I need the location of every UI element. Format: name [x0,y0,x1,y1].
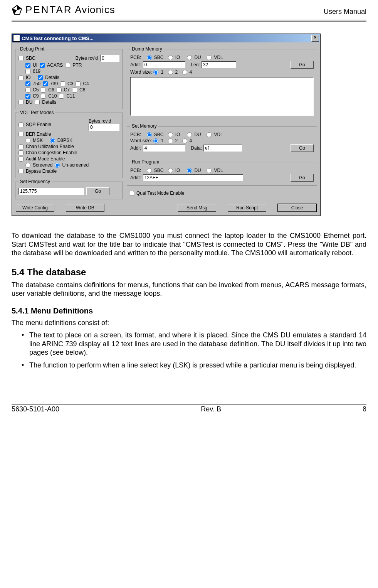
set-ws-1[interactable]: 1 [153,138,163,143]
dump-rb-vdl[interactable]: VDL [207,55,223,60]
cb-ptr[interactable]: PTR [65,62,82,68]
cb-c8[interactable]: C8 [72,87,85,93]
dump-addr-input[interactable] [143,61,185,68]
vdl-legend: VDL Test Modes [18,110,55,115]
cb-details1[interactable]: Details [38,75,59,80]
brand-name-1: PENTAR [25,4,72,15]
run-prog-group: Run Program PCB: SBC IO DU VDL Addr: Go [127,159,317,186]
bytes-rcvd-label: Bytes rcv'd [76,56,98,61]
set-addr-input[interactable] [143,145,185,152]
cb-c6[interactable]: C6 [41,87,54,93]
cb-audit[interactable]: Audit Mode Enable [18,156,65,162]
cb-c5[interactable]: C5 [25,87,39,93]
close-icon[interactable]: × [311,35,319,42]
cb-c4[interactable]: C4 [76,81,89,86]
set-word-label: Word size: [130,138,152,143]
send-msg-button[interactable]: Send Msg [178,204,216,212]
cb-chan-util[interactable]: Chan Utilization Enable [18,144,74,149]
dump-rb-io[interactable]: IO [168,55,180,60]
dump-ws-4[interactable]: 4 [182,69,192,75]
cb-chan-cong[interactable]: Chan Congestion Enable [18,150,77,155]
cb-c11[interactable]: C11 [59,93,75,99]
set-pcb-label: PCB: [130,132,141,137]
list-item: The text to place on a screen, its forma… [22,331,366,357]
dump-pcb-label: PCB: [130,55,141,60]
svg-marker-1 [17,5,22,10]
rb-msk[interactable]: MSK [25,138,43,143]
cb-c7[interactable]: C7 [57,87,70,93]
rb-unscreened[interactable]: Un-screened [55,162,89,168]
dump-go-button[interactable]: Go [291,61,314,69]
dump-addr-label: Addr: [130,62,141,67]
set-rb-vdl[interactable]: VDL [207,132,223,137]
doc-type: Users Manual [324,8,366,16]
list-item: The function to perform when a line sele… [22,361,366,370]
run-rb-io[interactable]: IO [168,168,180,173]
set-rb-io[interactable]: IO [168,132,180,137]
cb-sqp[interactable]: SQP Enable [18,122,51,127]
cb-io[interactable]: IO [18,75,31,80]
pentagon-icon [12,5,22,15]
footer-page: 8 [363,405,366,413]
dump-mem-legend: Dump Memory [130,46,164,52]
cb-details2[interactable]: Details [35,99,56,105]
vdl-bytes-label: Bytes rcv'd [89,118,111,124]
set-mem-group: Set Memory PCB: SBC IO DU VDL Word size:… [127,123,317,156]
cb-ber[interactable]: BER Enable [18,131,51,137]
run-script-button[interactable]: Run Script [228,204,266,212]
write-config-button[interactable]: Write Config [16,204,54,212]
bytes-rcvd-input[interactable] [100,55,119,62]
app-icon [13,35,20,42]
para-download: To download the database to the CMS1000 … [12,231,366,258]
dump-len-input[interactable] [202,61,236,68]
set-rb-du[interactable]: DU [187,132,201,137]
set-mem-legend: Set Memory [130,123,158,129]
vdl-group: VDL Test Modes SQP Enable Bytes rcv'd BE… [15,110,123,178]
dump-mem-group: Dump Memory PCB: SBC IO DU VDL Addr: Len… [127,46,317,120]
run-rb-sbc[interactable]: SBC [147,168,164,173]
dump-rb-du[interactable]: DU [187,55,201,60]
vdl-bytes-input[interactable] [89,124,119,131]
freq-input[interactable] [18,188,84,195]
cb-acars[interactable]: ACARS [40,62,63,68]
rb-screened[interactable]: Screened [25,162,52,168]
dump-rb-sbc[interactable]: SBC [147,55,164,60]
para-database: The database contains definitions for me… [12,281,366,298]
cb-qual[interactable]: Qual Test Mode Enable [129,190,185,196]
set-ws-2[interactable]: 2 [168,138,178,143]
cb-c10[interactable]: C10 [41,93,57,99]
set-rb-sbc[interactable]: SBC [147,132,164,137]
footer-docnum: 5630-5101-A00 [12,405,59,413]
run-pcb-label: PCB: [130,168,141,173]
dump-output[interactable] [130,77,314,116]
run-addr-input[interactable] [143,174,243,181]
close-button[interactable]: Close [278,204,316,212]
brand-name-2: Avionics [75,4,115,15]
set-data-input[interactable] [203,145,242,152]
cb-c9[interactable]: C9 [25,93,39,99]
cmstest-dialog: CMSTest connecting to CMS... × Debug Pri… [12,34,321,216]
rb-d8psk[interactable]: D8PSK [50,138,72,143]
run-go-button[interactable]: Go [291,174,314,182]
write-db-button[interactable]: Write DB [66,204,104,212]
set-go-button[interactable]: Go [291,144,314,152]
set-freq-legend: Set Frequency [18,179,52,184]
cb-619[interactable]: 619 [25,69,40,74]
debug-print-legend: Debug Print [18,46,46,52]
run-rb-vdl[interactable]: VDL [207,168,223,173]
cb-739[interactable]: 739 [43,81,58,86]
cb-bypass[interactable]: Bypass Enable [18,168,57,174]
dump-ws-1[interactable]: 1 [153,69,163,75]
set-ws-4[interactable]: 4 [182,138,192,143]
run-addr-label: Addr: [130,175,141,180]
para-menu-defs: The menu definitions consist of: [12,318,366,327]
dump-ws-2[interactable]: 2 [168,69,178,75]
run-rb-du[interactable]: DU [187,168,201,173]
footer-rev: Rev. B [201,405,221,413]
cb-ui[interactable]: UI [25,62,37,68]
cb-sbc[interactable]: SBC [18,56,35,61]
freq-go-button[interactable]: Go [86,187,109,195]
cb-c3[interactable]: C3 [60,81,73,86]
cb-750[interactable]: 750 [25,81,40,86]
cb-du[interactable]: DU [18,99,32,105]
